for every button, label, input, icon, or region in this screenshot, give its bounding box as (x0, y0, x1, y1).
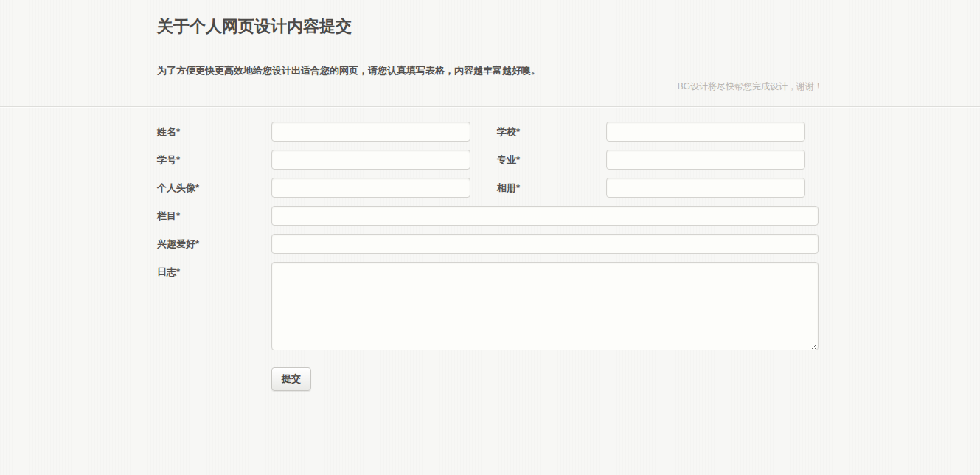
name-label: 姓名* (157, 122, 271, 137)
form-row-journal: 日志* (157, 262, 823, 350)
form-row-hobbies: 兴趣爱好* (157, 234, 823, 254)
student-id-label: 学号* (157, 150, 271, 165)
avatar-input[interactable] (271, 178, 470, 198)
journal-label: 日志* (157, 262, 271, 277)
school-input[interactable] (606, 122, 805, 142)
student-id-input[interactable] (271, 150, 470, 170)
major-label: 专业* (497, 150, 606, 165)
form-row-name-school: 姓名* 学校* (157, 122, 823, 142)
journal-textarea[interactable] (271, 262, 819, 350)
album-label: 相册* (497, 178, 606, 193)
form-row-avatar-album: 个人头像* 相册* (157, 178, 823, 198)
major-input[interactable] (606, 150, 805, 170)
sections-input[interactable] (271, 206, 819, 226)
avatar-label: 个人头像* (157, 178, 271, 193)
page-header: 关于个人网页设计内容提交 为了方便更快更高效地给您设计出适合您的网页，请您认真填… (0, 0, 980, 107)
form-row-studentid-major: 学号* 专业* (157, 150, 823, 170)
page-title: 关于个人网页设计内容提交 (157, 16, 823, 37)
school-label: 学校* (497, 122, 606, 137)
form-row-sections: 栏目* (157, 206, 823, 226)
sections-label: 栏目* (157, 206, 271, 221)
album-input[interactable] (606, 178, 805, 198)
submission-form: 姓名* 学校* 学号* 专业* 个人头像* 相 (157, 107, 823, 391)
submit-button[interactable]: 提交 (271, 367, 311, 391)
hobbies-label: 兴趣爱好* (157, 234, 271, 249)
hobbies-input[interactable] (271, 234, 819, 254)
page: 关于个人网页设计内容提交 为了方便更快更高效地给您设计出适合您的网页，请您认真填… (0, 0, 980, 391)
page-note: BG设计将尽快帮您完成设计，谢谢！ (157, 81, 823, 91)
page-subtitle: 为了方便更快更高效地给您设计出适合您的网页，请您认真填写表格，内容越丰富越好噢。 (157, 65, 823, 77)
name-input[interactable] (271, 122, 470, 142)
